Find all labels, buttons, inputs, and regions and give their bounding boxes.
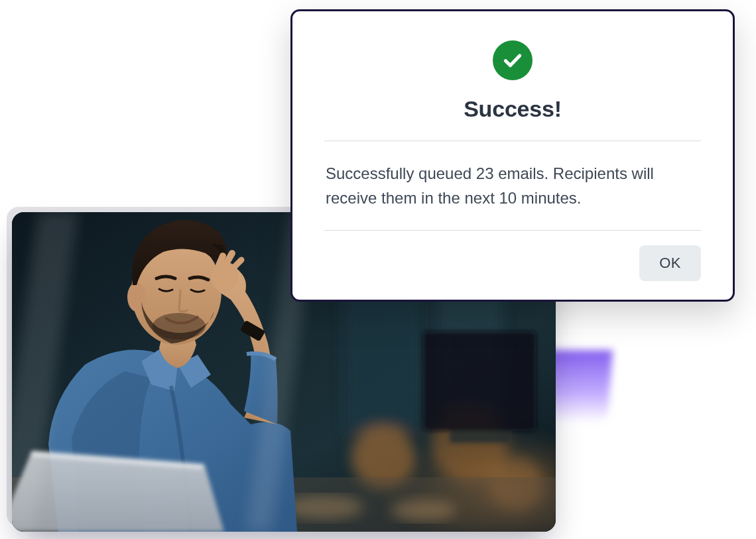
svg-point-12	[390, 500, 456, 521]
dialog-message: Successfully queued 23 emails. Recipient…	[324, 141, 701, 230]
dialog-title: Success!	[324, 96, 701, 122]
success-dialog: Success! Successfully queued 23 emails. …	[290, 9, 735, 302]
check-circle-icon	[493, 40, 533, 80]
svg-rect-8	[450, 431, 509, 443]
svg-point-14	[127, 282, 146, 312]
ok-button[interactable]: OK	[639, 245, 701, 281]
svg-rect-7	[423, 331, 536, 431]
